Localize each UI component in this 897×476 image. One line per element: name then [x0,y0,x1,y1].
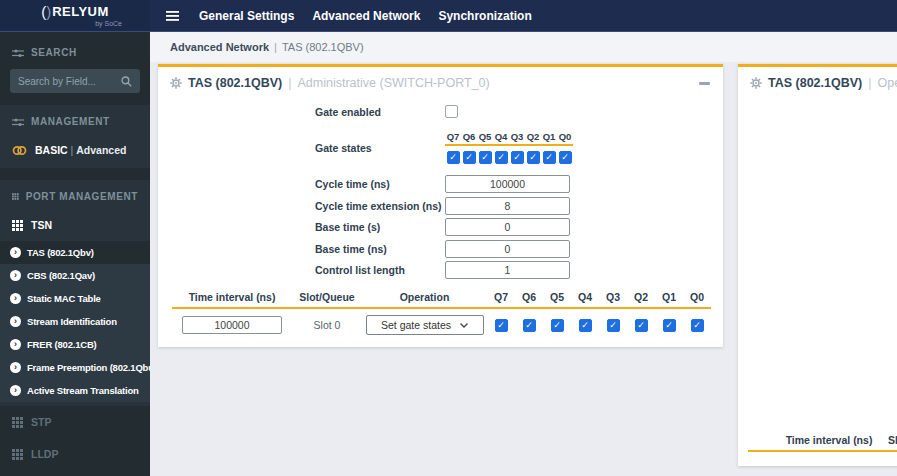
base-time-s-input[interactable] [445,218,570,236]
menu-item-synchronization[interactable]: Synchronization [438,9,531,23]
chevron-circle-icon: › [10,247,21,258]
gear-icon [750,77,762,89]
logo-paren-close: ) [46,4,51,19]
base-time-ns-row: Base time (ns) [315,238,723,260]
breadcrumb-separator: | [274,41,277,53]
gate-enabled-checkbox[interactable] [445,105,458,118]
tsn-submenu: › TAS (802.1Qbv) › CBS (802.1Qav) › Stat… [0,241,150,402]
sidebar-header-management: MANAGEMENT [0,107,150,136]
cycle-time-extension-input[interactable] [445,197,570,215]
header-time-interval: Time interval (ns) [774,434,884,446]
gate-state-checkbox-q4[interactable] [495,151,508,164]
cycle-time-extension-label: Cycle time extension (ns) [315,200,445,212]
sidebar-item-cbs[interactable]: › CBS (802.1Qav) [0,264,150,287]
sidebar-item-lldp[interactable]: LLDP [0,438,150,470]
search-input[interactable] [18,76,114,87]
row-gate-checkbox-q4[interactable] [579,319,592,332]
sidebar-item-tas[interactable]: › TAS (802.1Qbv) [0,241,150,264]
administrative-form: Gate enabled Gate states Q7Q6Q5Q4Q3Q2Q1Q… [158,99,723,281]
sidebar-header-search: SEARCH [0,38,150,67]
gate-enabled-row: Gate enabled [315,101,723,123]
table-row: Slot 0 Set gate states [172,309,711,335]
tas-administrative-panel: TAS (802.1QBV) | Administrative (SWITCH-… [158,64,723,347]
sidebar-item-static-mac-table[interactable]: › Static MAC Table [0,287,150,310]
search-icon[interactable] [121,76,132,87]
chevron-circle-icon: › [10,316,21,327]
gate-states-checkboxes [445,151,573,164]
advanced-label: Advanced [76,144,126,156]
gate-state-checkbox-q1[interactable] [543,151,556,164]
gate-state-checkbox-q5[interactable] [479,151,492,164]
panel-title: TAS (802.1QBV) [768,76,862,90]
gate-state-checkbox-q3[interactable] [511,151,524,164]
gate-states-row: Gate states Q7Q6Q5Q4Q3Q2Q1Q0 [315,125,723,171]
sidebar-item-frer[interactable]: › FRER (802.1CB) [0,333,150,356]
queue-labels: Q7Q6Q5Q4Q3Q2Q1Q0 [445,131,573,142]
tas-operative-panel: TAS (802.1QBV) | Operative ( Time interv… [738,64,897,466]
queue-labels-underline [445,144,573,146]
gate-state-checkbox-q7[interactable] [447,151,460,164]
sliders-icon [12,117,24,127]
sliders-icon [12,48,24,58]
sidebar-item-stp[interactable]: STP [0,406,150,438]
cycle-time-row: Cycle time (ns) [315,174,723,196]
menu-item-general-settings[interactable]: General Settings [199,9,294,23]
header-time-interval: Time interval (ns) [172,291,292,303]
top-menu: General Settings Advanced Network Synchr… [150,0,532,31]
menu-item-advanced-network[interactable]: Advanced Network [312,9,420,23]
sidebar-item-frame-preemption[interactable]: › Frame Preemption (802.1Qbu) [0,356,150,379]
row-gate-checkbox-q6[interactable] [523,319,536,332]
chevron-circle-icon: › [10,339,21,350]
breadcrumb-page: TAS (802.1QBV) [282,41,364,53]
breadcrumb: Advanced Network | TAS (802.1QBV) [150,32,897,62]
row-gate-checkbox-q0[interactable] [691,319,704,332]
chevron-circle-icon: › [10,270,21,281]
toggle-icon [12,145,27,156]
row-gate-checkbox-q3[interactable] [607,319,620,332]
basic-separator: | [71,144,74,156]
grid-icon [12,220,23,231]
chevron-circle-icon: › [10,362,21,373]
base-time-ns-input[interactable] [445,240,570,258]
chevron-circle-icon: › [10,385,21,396]
sidebar-search-box [10,69,140,93]
sidebar-header-port-management: PORT MANAGEMENT [0,182,150,211]
gate-state-checkbox-q6[interactable] [463,151,476,164]
base-time-s-row: Base time (s) [315,217,723,239]
sidebar-item-stream-identification[interactable]: › Stream Identification [0,310,150,333]
panel-subtitle: Administrative (SWITCH-PORT_0) [298,76,490,90]
control-list-length-input[interactable] [445,261,570,279]
gate-states-label: Gate states [315,142,445,154]
row-slot-queue: Slot 0 [292,319,362,331]
collapse-icon[interactable] [698,79,711,88]
hamburger-icon[interactable] [166,11,179,21]
sidebar-item-active-stream-translation[interactable]: › Active Stream Translation [0,379,150,402]
control-list-table: Time interval (ns) Slot/Queue Operation … [172,291,711,335]
breadcrumb-section: Advanced Network [170,41,269,53]
row-gate-checkbox-q1[interactable] [663,319,676,332]
chevron-circle-icon: › [10,293,21,304]
row-gate-checkbox-q7[interactable] [495,319,508,332]
header-operation: Operation [362,291,487,303]
grid-icon [12,191,19,202]
sidebar-item-basic-advanced[interactable]: BASIC | Advanced [0,136,150,164]
relyum-logo: ( ) RELYUM by SoCe [0,0,150,31]
gear-icon [170,77,182,89]
sidebar-item-tsn[interactable]: TSN [0,211,150,239]
basic-label: BASIC [35,144,68,156]
gate-state-checkbox-q0[interactable] [559,151,572,164]
cycle-time-input[interactable] [445,175,570,193]
row-gate-checkbox-q5[interactable] [551,319,564,332]
row-gate-checkbox-q2[interactable] [635,319,648,332]
control-list-length-row: Control list length [315,260,723,282]
cycle-time-extension-row: Cycle time extension (ns) [315,195,723,217]
gate-state-checkbox-q2[interactable] [527,151,540,164]
chevron-down-icon [460,323,468,328]
gate-enabled-label: Gate enabled [315,106,445,118]
control-list-table-header: Time interval (ns) Slot/Queue Operation … [172,291,711,309]
sidebar-section-management: MANAGEMENT BASIC | Advanced [0,105,150,168]
row-time-interval-input[interactable] [182,316,282,334]
operation-select[interactable]: Set gate states [366,315,484,335]
logo-brand-text: RELYUM [52,5,109,18]
header-slot-queue: Slot/Q [884,434,897,446]
